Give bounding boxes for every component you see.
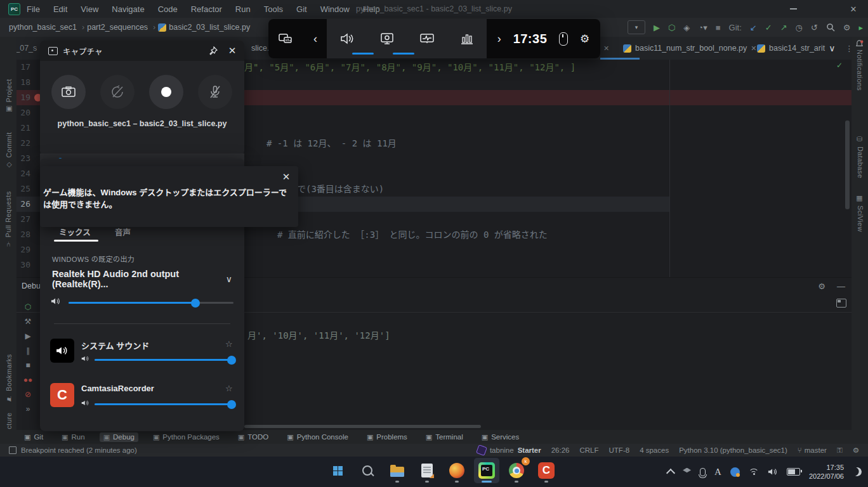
microphone-tray-icon[interactable] bbox=[700, 468, 706, 476]
gamebar-scroll-right-chevron[interactable]: › bbox=[497, 32, 501, 46]
gamebar-capture-widget-icon[interactable] bbox=[379, 30, 395, 47]
audio-tab-voice[interactable]: 音声 bbox=[115, 226, 131, 238]
audio-tab-mix[interactable]: ミックス bbox=[59, 226, 91, 238]
inspections-ok-icon[interactable]: ✓ bbox=[836, 61, 843, 70]
tool-window-button[interactable]: ▣Run bbox=[58, 432, 89, 442]
gamebar-resources-widget-icon[interactable] bbox=[459, 30, 475, 47]
tool-window-button[interactable]: ▣Services bbox=[478, 432, 523, 442]
line-number[interactable]: 18 bbox=[16, 75, 30, 90]
tab-active-close[interactable]: ✕ bbox=[601, 37, 612, 60]
line-number[interactable]: 22 bbox=[16, 136, 30, 151]
remove-breakpoints-icon[interactable]: ⊘ bbox=[25, 391, 31, 398]
menu-item[interactable]: Edit bbox=[53, 4, 67, 14]
gamebar-mouse-icon[interactable] bbox=[559, 32, 568, 46]
sidebar-item-project[interactable]: ▣Project bbox=[4, 79, 13, 114]
git-push-button[interactable]: ↗ bbox=[780, 23, 787, 32]
record-last-30s-button[interactable] bbox=[100, 75, 135, 109]
encoding[interactable]: UTF-8 bbox=[609, 446, 630, 454]
camtasia-button[interactable]: C bbox=[534, 458, 559, 483]
profiler-button[interactable]: ◔▾ bbox=[698, 23, 707, 32]
gamebar-performance-widget-icon[interactable] bbox=[419, 30, 435, 47]
line-number[interactable]: 17 bbox=[16, 60, 30, 75]
pause-icon[interactable]: ∥ bbox=[26, 347, 30, 354]
line-number[interactable]: 30 bbox=[16, 257, 30, 273]
history-button[interactable]: ◷ bbox=[796, 23, 803, 32]
volume-tray-icon[interactable] bbox=[768, 467, 778, 476]
pin-icon[interactable] bbox=[204, 41, 223, 60]
output-device-dropdown[interactable]: Realtek HD Audio 2nd output (Realtek(R).… bbox=[52, 269, 232, 289]
menu-item[interactable]: Run bbox=[235, 4, 251, 14]
line-number[interactable]: 20 bbox=[16, 105, 30, 120]
settings-button[interactable]: ⚙ bbox=[843, 23, 851, 32]
menu-item[interactable]: View bbox=[81, 4, 98, 14]
battery-icon[interactable] bbox=[787, 468, 800, 476]
stop-icon[interactable]: ■ bbox=[25, 361, 30, 369]
menu-item[interactable]: Help bbox=[363, 4, 380, 14]
gamebar-settings-gear-icon[interactable]: ⚙ bbox=[580, 32, 589, 46]
close-icon[interactable]: ✕ bbox=[279, 170, 293, 184]
status-message[interactable]: Breakpoint reached (2 minutes ago) bbox=[9, 446, 137, 454]
line-number[interactable]: 26 bbox=[16, 197, 30, 212]
system-sounds-volume-slider[interactable] bbox=[95, 359, 232, 361]
capture-widget-titlebar[interactable]: キャプチャ ✕ bbox=[40, 41, 244, 61]
close-button[interactable]: ✕ bbox=[843, 0, 864, 18]
resume-icon[interactable]: ▶ bbox=[25, 332, 30, 340]
scrollbar-thumb[interactable] bbox=[845, 120, 850, 209]
firefox-button[interactable] bbox=[444, 458, 470, 483]
sidebar-item-pull-requests[interactable]: ⑂Pull Requests bbox=[4, 191, 12, 247]
tab-basic14[interactable]: basic14_str_arit ∨ bbox=[751, 37, 842, 60]
search-everywhere-button[interactable] bbox=[826, 23, 835, 32]
editor-scrollbar[interactable] bbox=[845, 60, 850, 277]
menu-item[interactable]: Code bbox=[158, 4, 178, 14]
taskbar-clock[interactable]: 17:35 2022/07/06 bbox=[809, 463, 844, 481]
rollback-button[interactable]: ↺ bbox=[811, 23, 818, 32]
close-icon[interactable]: ✕ bbox=[223, 41, 242, 60]
debug-settings-gear-icon[interactable]: ⚙ bbox=[818, 282, 825, 291]
sidebar-item-commit[interactable]: ◇Commit bbox=[4, 132, 13, 169]
indent-setting[interactable]: 4 spaces bbox=[640, 446, 669, 454]
slider-knob[interactable] bbox=[191, 299, 200, 308]
run-config-dropdown[interactable]: ▾ bbox=[628, 20, 645, 34]
gamebar-scroll-left-chevron[interactable]: ‹ bbox=[313, 32, 317, 46]
camtasia-volume-slider[interactable] bbox=[95, 403, 232, 405]
line-number[interactable]: 21 bbox=[16, 120, 30, 136]
tray-overflow-chevron[interactable] bbox=[666, 469, 675, 477]
caret-position[interactable]: 26:26 bbox=[551, 446, 570, 454]
focus-assist-moon-icon[interactable] bbox=[852, 466, 863, 477]
debug-settings-wrench-icon[interactable]: ⚒ bbox=[25, 318, 32, 325]
tool-window-button[interactable]: ▣Terminal bbox=[422, 432, 467, 442]
start-button[interactable] bbox=[325, 458, 350, 483]
debug-minimize-icon[interactable]: — bbox=[837, 282, 845, 291]
chrome-button[interactable]: k bbox=[504, 458, 529, 483]
sidebar-item-bookmarks[interactable]: ⚑Bookmarks bbox=[4, 354, 13, 403]
gamebar-widgets-menu-icon[interactable] bbox=[278, 30, 294, 47]
mute-breakpoints-icon[interactable]: ●● bbox=[23, 376, 33, 384]
tool-window-button[interactable]: ▣Problems bbox=[363, 432, 411, 442]
line-number[interactable]: 23 bbox=[16, 151, 30, 166]
tool-window-button[interactable]: ▣Python Packages bbox=[149, 432, 223, 442]
more-actions-icon[interactable]: » bbox=[26, 405, 30, 413]
sidebar-item-sciview[interactable]: ▦SciView bbox=[856, 194, 864, 232]
stop-button[interactable]: ■ bbox=[716, 23, 721, 32]
tool-window-button[interactable]: ▣Git bbox=[20, 432, 47, 442]
line-ending[interactable]: CRLF bbox=[580, 446, 599, 454]
tool-window-button[interactable]: ▣Debug bbox=[100, 432, 138, 442]
breadcrumb-folder[interactable]: part2_sequences bbox=[87, 23, 155, 32]
start-recording-button[interactable] bbox=[149, 75, 183, 109]
app-tray-icon[interactable] bbox=[730, 467, 740, 477]
menu-item[interactable]: Tools bbox=[264, 4, 283, 14]
menu-item[interactable]: File bbox=[27, 4, 40, 14]
pycharm-button[interactable] bbox=[474, 458, 499, 483]
interpreter[interactable]: Python 3.10 (python_basic_sec1) bbox=[679, 446, 787, 454]
console-layout-icon[interactable] bbox=[836, 299, 846, 308]
settings-sync-icon[interactable]: ⚙ bbox=[853, 446, 859, 455]
line-number[interactable]: 27 bbox=[16, 212, 30, 227]
breadcrumb-project[interactable]: python_basic_sec1 bbox=[9, 23, 84, 32]
gamebar-audio-widget-icon[interactable] bbox=[339, 30, 355, 47]
tool-window-button[interactable]: ▣TODO bbox=[234, 432, 272, 442]
menu-item[interactable]: Navigate bbox=[112, 4, 144, 14]
debug-hscrollbar-thumb[interactable] bbox=[244, 425, 481, 428]
tab-basic11[interactable]: basic11_num_str_bool_none.py ✕ bbox=[617, 37, 763, 60]
screenshot-button[interactable] bbox=[51, 75, 86, 109]
notifications-bell-icon[interactable] bbox=[855, 40, 864, 48]
